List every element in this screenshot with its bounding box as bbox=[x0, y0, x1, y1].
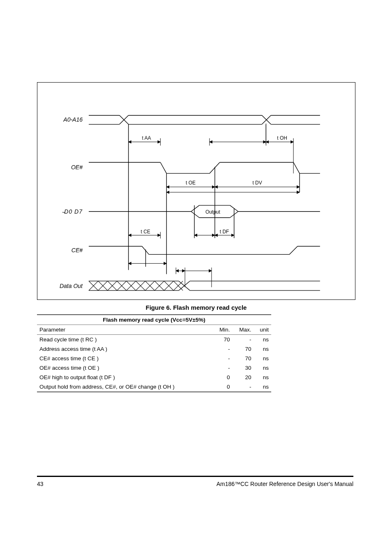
timing-diagram-svg: t AA t OH bbox=[37, 83, 355, 299]
hdr-min: Min. bbox=[213, 325, 232, 335]
row-unit: ns bbox=[254, 354, 271, 363]
label-dout: Data Out bbox=[46, 283, 83, 289]
row-min: - bbox=[213, 363, 232, 373]
label-tdv: t DV bbox=[252, 180, 262, 186]
hdr-max: Max. bbox=[233, 325, 254, 335]
hdr-param: Parameter bbox=[37, 325, 213, 335]
label-taa: t AA bbox=[142, 135, 151, 141]
caption-title: Flash memory read cycle bbox=[173, 304, 247, 311]
row-param: OE# high to output float (t DF ) bbox=[37, 373, 213, 382]
row-unit: ns bbox=[254, 373, 271, 382]
footer-doc-title: Am186™CC Router Reference Design User's … bbox=[217, 481, 353, 487]
row-unit: ns bbox=[254, 363, 271, 373]
label-tdf: t DF bbox=[220, 229, 229, 235]
label-toe: t OE bbox=[186, 180, 196, 186]
row-param: Address access time (t AA ) bbox=[37, 344, 213, 354]
row-min: 70 bbox=[213, 335, 232, 345]
label-ce: CE# bbox=[46, 247, 83, 253]
hdr-unit: unit bbox=[254, 325, 271, 335]
svg-line-49 bbox=[289, 246, 297, 254]
row-max: 30 bbox=[233, 363, 254, 373]
row-param: OE# access time (t OE ) bbox=[37, 363, 213, 373]
row-param: Read cycle time (t RC ) bbox=[37, 335, 213, 345]
row-min: - bbox=[213, 344, 232, 354]
svg-line-33 bbox=[191, 205, 199, 212]
label-addr: A0-A16 bbox=[46, 116, 83, 123]
timing-table: Flash memory read cycle (Vcc=5V±5%) Para… bbox=[37, 314, 271, 392]
label-data: D0 D7 bbox=[64, 208, 83, 215]
figure-caption: Figure 6. Flash memory read cycle bbox=[37, 304, 355, 311]
timing-diagram-frame: t AA t OH bbox=[37, 82, 355, 300]
row-max: 70 bbox=[233, 354, 254, 363]
row-param: CE# access time (t CE ) bbox=[37, 354, 213, 363]
row-min: - bbox=[213, 354, 232, 363]
row-unit: ns bbox=[254, 382, 271, 392]
row-unit: ns bbox=[254, 335, 271, 345]
row-min: 0 bbox=[213, 373, 232, 382]
label-toh: t OH bbox=[277, 135, 287, 141]
svg-line-20 bbox=[160, 162, 166, 173]
row-unit: ns bbox=[254, 344, 271, 354]
row-max: 70 bbox=[233, 344, 254, 354]
row-max: - bbox=[233, 382, 254, 392]
row-param: Output hold from address, CE#, or OE# ch… bbox=[37, 382, 213, 392]
svg-line-34 bbox=[191, 212, 199, 218]
label-tce: t CE bbox=[141, 229, 150, 235]
footer-page-number: 43 bbox=[37, 481, 44, 487]
row-max: - bbox=[233, 335, 254, 345]
svg-line-24 bbox=[293, 162, 300, 173]
label-oe: OE# bbox=[46, 164, 83, 170]
label-output: Output bbox=[205, 209, 221, 215]
footer-rule bbox=[37, 476, 353, 477]
row-min: 0 bbox=[213, 382, 232, 392]
row-max: 20 bbox=[233, 373, 254, 382]
caption-number: Figure 6. bbox=[146, 304, 172, 311]
table-title: Flash memory read cycle (Vcc=5V±5%) bbox=[37, 315, 271, 325]
